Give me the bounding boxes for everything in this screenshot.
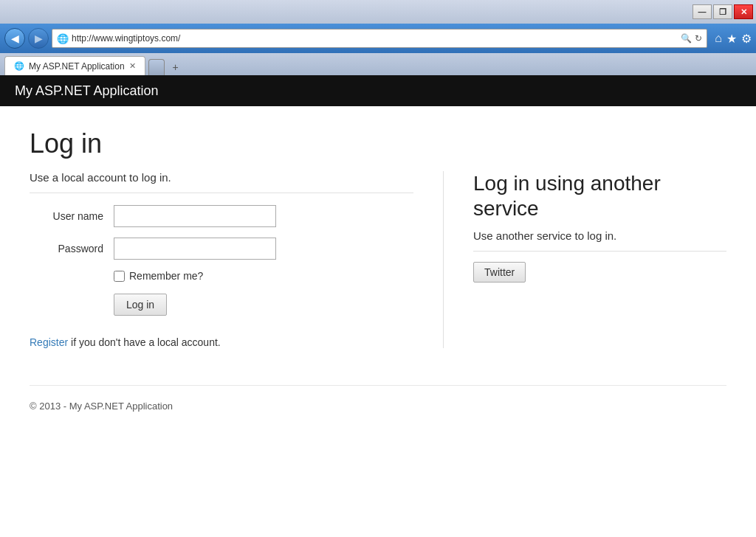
title-bar: — ❐ ✕ xyxy=(0,0,756,24)
tab-bar: 🌐 My ASP.NET Application ✕ + xyxy=(0,53,756,75)
browser-window: — ❐ ✕ ◀ ▶ 🌐 🔍 ↻ ⌂ ★ ⚙ 🌐 My ASP.NET Appli… xyxy=(0,0,756,537)
favorites-icon[interactable]: ★ xyxy=(726,32,737,46)
remember-me-label: Remember me? xyxy=(129,270,203,282)
back-button[interactable]: ◀ xyxy=(4,28,25,49)
register-suffix: if you don't have a local account. xyxy=(71,336,221,348)
maximize-button[interactable]: ❐ xyxy=(713,4,732,19)
url-input[interactable] xyxy=(72,33,678,44)
nav-bar: ◀ ▶ 🌐 🔍 ↻ ⌂ ★ ⚙ xyxy=(0,24,756,53)
password-group: Password xyxy=(30,238,413,260)
local-account-subtitle: Use a local account to log in. xyxy=(30,171,413,193)
refresh-button[interactable]: ↻ xyxy=(695,33,702,44)
register-text: Register if you don't have a local accou… xyxy=(30,336,413,348)
home-icon[interactable]: ⌂ xyxy=(715,32,722,46)
username-label: User name xyxy=(30,210,103,222)
page-title: Log in xyxy=(30,128,726,159)
app-title: My ASP.NET Application xyxy=(15,83,158,99)
tab-label: My ASP.NET Application xyxy=(29,61,125,72)
password-label: Password xyxy=(30,243,103,254)
external-login-subtitle: Use another service to log in. xyxy=(473,229,726,252)
minimize-button[interactable]: — xyxy=(693,4,712,19)
forward-button[interactable]: ▶ xyxy=(28,28,49,49)
close-button[interactable]: ✕ xyxy=(734,4,753,19)
settings-icon[interactable]: ⚙ xyxy=(741,32,752,46)
nav-icons: ⌂ ★ ⚙ xyxy=(710,32,752,46)
username-group: User name xyxy=(30,205,413,227)
address-bar: 🌐 🔍 ↻ xyxy=(52,29,707,48)
password-input[interactable] xyxy=(114,238,276,260)
username-input[interactable] xyxy=(114,205,276,227)
page-content: Log in Use a local account to log in. Us… xyxy=(0,106,756,537)
page-layout: Use a local account to log in. User name… xyxy=(30,171,726,348)
app-navbar: My ASP.NET Application xyxy=(0,75,756,106)
register-link[interactable]: Register xyxy=(30,336,68,348)
twitter-button[interactable]: Twitter xyxy=(473,262,526,283)
title-bar-buttons: — ❐ ✕ xyxy=(693,4,753,19)
footer-text: © 2013 - My ASP.NET Application xyxy=(30,401,173,412)
page-footer: © 2013 - My ASP.NET Application xyxy=(30,385,726,412)
tab-close-button[interactable]: ✕ xyxy=(129,61,136,71)
login-button[interactable]: Log in xyxy=(114,294,167,316)
login-button-wrapper: Log in xyxy=(114,294,413,316)
remember-me-group: Remember me? xyxy=(114,270,413,282)
new-tab-button[interactable]: + xyxy=(168,59,184,75)
right-panel: Log in using another service Use another… xyxy=(443,171,726,348)
active-tab[interactable]: 🌐 My ASP.NET Application ✕ xyxy=(4,56,145,75)
address-favicon: 🌐 xyxy=(57,33,69,44)
inactive-tab[interactable] xyxy=(148,59,165,75)
external-login-title: Log in using another service xyxy=(473,171,726,221)
left-panel: Use a local account to log in. User name… xyxy=(30,171,413,348)
tab-favicon: 🌐 xyxy=(14,61,24,71)
search-icon[interactable]: 🔍 xyxy=(681,33,692,44)
remember-me-checkbox[interactable] xyxy=(114,271,125,282)
